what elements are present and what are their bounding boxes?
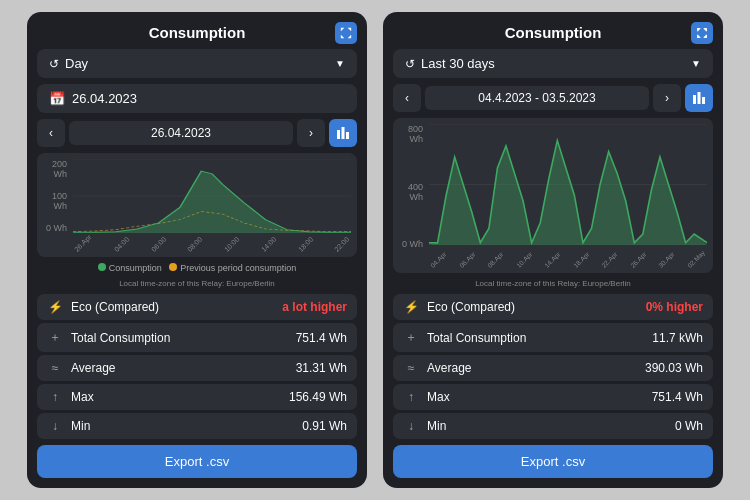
max-icon-1: ↑	[47, 390, 63, 404]
nav-next-1[interactable]: ›	[297, 119, 325, 147]
timezone-2: Local time-zone of this Relay: Europe/Be…	[393, 279, 713, 288]
eco-icon-2: ⚡	[403, 300, 419, 314]
expand-button-1[interactable]	[335, 22, 357, 44]
stat-min-1: ↓ Min 0.91 Wh	[37, 413, 357, 439]
date-picker-1[interactable]: 📅 26.04.2023	[37, 84, 357, 113]
chart-1: 200 Wh 100 Wh 0 Wh 26.Apr 04:00 06:00 08…	[37, 153, 357, 257]
nav-row-2: ‹ 04.4.2023 - 03.5.2023 ›	[393, 84, 713, 112]
stat-total-2: ＋ Total Consumption 11.7 kWh	[393, 323, 713, 352]
stat-eco-1: ⚡ Eco (Compared) a lot higher	[37, 294, 357, 320]
svg-marker-13	[429, 141, 707, 246]
avg-icon-1: ≈	[47, 361, 63, 375]
avg-icon-2: ≈	[403, 361, 419, 375]
stat-avg-2: ≈ Average 390.03 Wh	[393, 355, 713, 381]
stat-max-2: ↑ Max 751.4 Wh	[393, 384, 713, 410]
total-icon-2: ＋	[403, 329, 419, 346]
panel-1-title: Consumption	[37, 22, 357, 43]
stats-list-1: ⚡ Eco (Compared) a lot higher ＋ Total Co…	[37, 294, 357, 439]
stats-list-2: ⚡ Eco (Compared) 0% higher ＋ Total Consu…	[393, 294, 713, 439]
chart-type-btn-2[interactable]	[685, 84, 713, 112]
eco-icon-1: ⚡	[47, 300, 63, 314]
export-button-1[interactable]: Export .csv	[37, 445, 357, 478]
timezone-1: Local time-zone of this Relay: Europe/Be…	[37, 279, 357, 288]
svg-rect-7	[693, 95, 696, 104]
nav-row-1: ‹ 26.04.2023 ›	[37, 119, 357, 147]
chart-legend-1: Consumption Previous period consumption	[37, 263, 357, 273]
nav-prev-1[interactable]: ‹	[37, 119, 65, 147]
svg-marker-6	[73, 171, 351, 233]
panel-2: Consumption ↺Last 30 days ▼ ‹ 04.4.2023 …	[383, 12, 723, 488]
nav-label-1: 26.04.2023	[69, 121, 293, 145]
period-dropdown-2[interactable]: ↺Last 30 days ▼	[393, 49, 713, 78]
stat-avg-1: ≈ Average 31.31 Wh	[37, 355, 357, 381]
panel-1: Consumption ↺Day ▼ 📅 26.04.2023 ‹ 26.04.…	[27, 12, 367, 488]
nav-label-2: 04.4.2023 - 03.5.2023	[425, 86, 649, 110]
svg-rect-8	[698, 92, 701, 104]
total-icon-1: ＋	[47, 329, 63, 346]
chart-2: 800 Wh 400 Wh 0 Wh 04.Apr 06.Apr 08.Apr …	[393, 118, 713, 273]
stat-max-1: ↑ Max 156.49 Wh	[37, 384, 357, 410]
panel-2-title: Consumption	[393, 22, 713, 43]
stat-eco-2: ⚡ Eco (Compared) 0% higher	[393, 294, 713, 320]
chart-type-btn-1[interactable]	[329, 119, 357, 147]
nav-next-2[interactable]: ›	[653, 84, 681, 112]
stat-total-1: ＋ Total Consumption 751.4 Wh	[37, 323, 357, 352]
nav-prev-2[interactable]: ‹	[393, 84, 421, 112]
svg-rect-0	[337, 130, 340, 139]
svg-rect-1	[342, 127, 345, 139]
min-icon-2: ↓	[403, 419, 419, 433]
period-dropdown-1[interactable]: ↺Day ▼	[37, 49, 357, 78]
svg-rect-2	[346, 132, 349, 139]
expand-button-2[interactable]	[691, 22, 713, 44]
stat-min-2: ↓ Min 0 Wh	[393, 413, 713, 439]
min-icon-1: ↓	[47, 419, 63, 433]
export-button-2[interactable]: Export .csv	[393, 445, 713, 478]
svg-rect-9	[702, 97, 705, 104]
max-icon-2: ↑	[403, 390, 419, 404]
